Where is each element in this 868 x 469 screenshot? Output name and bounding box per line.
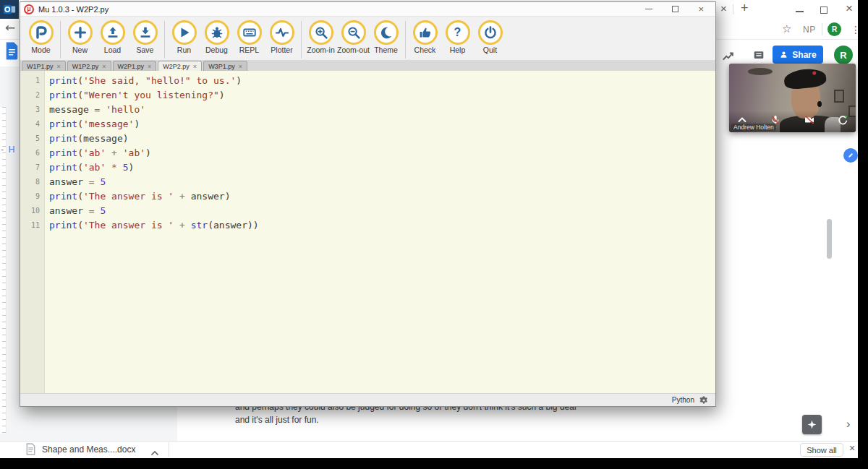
toolbar-group-separator — [405, 21, 406, 59]
browser-avatar[interactable]: R — [827, 22, 841, 36]
new-button[interactable]: New — [64, 20, 96, 54]
repl-icon — [237, 20, 262, 45]
check-icon — [413, 20, 438, 45]
tab-close-icon[interactable]: × — [193, 63, 197, 70]
camera-off-icon[interactable] — [804, 114, 815, 129]
refresh-share-icon[interactable] — [837, 114, 848, 129]
zoom-out-button[interactable]: Zoom-out — [337, 20, 370, 54]
run-icon — [172, 20, 197, 45]
line-number: 10 — [20, 204, 45, 218]
toolbar-button-label: Save — [129, 46, 161, 54]
new-tab-button[interactable]: + — [741, 1, 749, 16]
load-button[interactable]: Load — [96, 20, 129, 54]
mu-minimize-icon[interactable] — [645, 9, 652, 10]
code-text: print('message') — [45, 117, 140, 132]
toolbar-button-label: New — [64, 46, 96, 54]
toolbar-button-label: Theme — [370, 46, 402, 54]
toolbar-button-label: Debug — [200, 46, 233, 54]
zoom-in-button[interactable]: Zoom-in — [305, 20, 337, 54]
mu-statusbar: Python — [20, 393, 715, 406]
browser-minimize-icon[interactable] — [796, 11, 804, 12]
browser-tab-close-icon[interactable]: × — [720, 2, 727, 14]
toolbar-button-label: Help — [441, 46, 474, 54]
mode-button[interactable]: Mode — [25, 20, 57, 54]
docs-explore-button[interactable] — [802, 415, 822, 434]
share-button[interactable]: Share — [773, 46, 823, 64]
mu-tab-W3P1.py[interactable]: W3P1.py× — [203, 61, 247, 71]
run-button[interactable]: Run — [168, 20, 200, 54]
bookmark-star-icon[interactable]: ☆ — [782, 22, 791, 35]
code-line: 3message = 'hello' — [20, 103, 715, 117]
toolbar-button-label: Plotter — [265, 46, 298, 54]
code-line: 2print("Weren't you listening?") — [20, 88, 715, 103]
person-icon — [779, 50, 788, 59]
tab-close-icon[interactable]: × — [239, 63, 242, 70]
docs-avatar[interactable]: R — [834, 46, 853, 64]
check-button[interactable]: Check — [409, 20, 441, 54]
line-number: 4 — [20, 117, 45, 132]
show-all-button[interactable]: Show all — [800, 443, 843, 457]
browser-back-icon[interactable]: ← — [5, 20, 15, 35]
collapse-chevron-icon[interactable]: › — [846, 418, 850, 431]
save-button[interactable]: Save — [129, 20, 161, 54]
zoom-in-icon — [309, 20, 333, 45]
repl-button[interactable]: REPL — [233, 20, 265, 54]
browser-close-icon[interactable]: × — [846, 1, 853, 16]
docs-edit-mode-button[interactable] — [843, 148, 858, 163]
comment-icon[interactable] — [752, 49, 765, 65]
download-caret-icon[interactable] — [150, 446, 159, 458]
mu-tab-W2P1.py[interactable]: W2P1.py× — [113, 61, 157, 71]
toolbar-group: Check?HelpQuit — [409, 20, 506, 54]
toolbar-button-label: Mode — [25, 46, 57, 54]
tab-label: W1P1.py — [27, 63, 54, 70]
toolbar-group-separator — [164, 21, 165, 59]
mu-tab-W1P1.py[interactable]: W1P1.py× — [22, 61, 66, 71]
mu-titlebar[interactable]: μ Mu 1.0.3 - W2P2.py × — [20, 2, 715, 17]
toolbar-divider — [822, 23, 822, 35]
mu-code-editor[interactable]: 1print('She said, "hello!" to us.')2prin… — [20, 71, 715, 395]
tab-label: W2P2.py — [163, 63, 190, 70]
toolbar-button-label: Run — [168, 46, 200, 54]
code-line: 7print('ab' * 5) — [20, 160, 715, 175]
browser-maximize-icon[interactable] — [820, 7, 827, 14]
outlook-app-icon[interactable] — [0, 0, 19, 19]
help-button[interactable]: ?Help — [441, 20, 474, 54]
load-icon — [101, 20, 125, 45]
google-docs-icon[interactable] — [5, 42, 19, 63]
webcam-overlay[interactable]: Andrew Holten — [729, 64, 856, 132]
browser-menu-icon[interactable]: ⋮ — [851, 24, 858, 35]
code-text: print('ab' * 5) — [45, 160, 134, 175]
sparkle-icon — [806, 418, 818, 431]
zoom-out-icon — [341, 20, 366, 45]
docs-scrollbar-thumb[interactable] — [827, 219, 832, 259]
tab-divider — [733, 4, 733, 14]
mu-tab-W1P2.py[interactable]: W1P2.py× — [67, 61, 111, 71]
mu-tab-W2P2.py[interactable]: W2P2.py× — [158, 61, 202, 71]
shelf-close-icon[interactable]: × — [849, 442, 855, 454]
mu-mode-status: Python — [672, 396, 694, 404]
tab-close-icon[interactable]: × — [102, 63, 106, 70]
help-icon: ? — [446, 20, 470, 45]
toolbar-button-label: Zoom-out — [337, 46, 370, 54]
quit-button[interactable]: Quit — [474, 20, 506, 54]
debug-icon — [205, 20, 229, 45]
tab-label: W1P2.py — [72, 63, 99, 70]
share-label: Share — [792, 50, 816, 60]
theme-button[interactable]: Theme — [370, 20, 402, 54]
mu-logo-icon: μ — [24, 4, 34, 14]
line-number: 5 — [20, 132, 45, 146]
mu-close-icon[interactable]: × — [698, 4, 704, 14]
code-line: 9print('The answer is ' + answer) — [20, 189, 715, 204]
mu-maximize-icon[interactable] — [672, 6, 678, 12]
plotter-button[interactable]: Plotter — [265, 20, 298, 54]
line-number: 1 — [20, 74, 45, 88]
tab-close-icon[interactable]: × — [148, 63, 151, 70]
code-line: 6print('ab' + 'ab') — [20, 146, 715, 160]
code-text: message = 'hello' — [45, 103, 145, 117]
pencil-icon — [846, 151, 855, 160]
debug-button[interactable]: Debug — [200, 20, 233, 54]
gear-icon[interactable] — [699, 395, 709, 405]
tab-close-icon[interactable]: × — [57, 63, 61, 70]
download-filename[interactable]: Shape and Meas....docx — [42, 444, 135, 455]
profile-badge[interactable]: NP — [803, 25, 816, 35]
